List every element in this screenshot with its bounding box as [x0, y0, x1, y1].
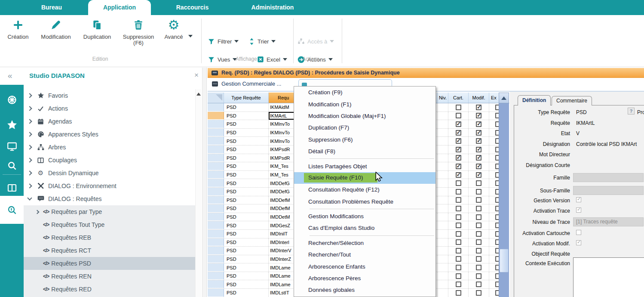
cartouche-checkbox[interactable]: [456, 189, 461, 195]
cell-modif[interactable]: [469, 247, 489, 255]
scroll-up-button[interactable]: [499, 93, 509, 103]
cartouche-checkbox[interactable]: [456, 113, 461, 118]
star-icon[interactable]: [6, 119, 18, 130]
cell-ex[interactable]: [489, 272, 499, 280]
cell-cartouche[interactable]: [448, 289, 469, 297]
cell-ex[interactable]: [489, 204, 499, 213]
cartouche-checkbox[interactable]: [456, 265, 461, 270]
tree-child-item[interactable]: </> Requêtes PSD: [24, 257, 195, 270]
cell-ex[interactable]: [489, 137, 499, 145]
cell-modif[interactable]: [469, 280, 489, 288]
cell-ex[interactable]: [489, 120, 499, 128]
tab-bureau[interactable]: Bureau: [26, 0, 77, 15]
ex-checkbox[interactable]: [495, 206, 499, 211]
cell-type[interactable]: PSD: [224, 112, 269, 120]
activation-modif-checkbox[interactable]: [576, 240, 581, 245]
cell-cartouche[interactable]: [448, 137, 469, 145]
cell-modif[interactable]: [469, 120, 489, 128]
tab-definition[interactable]: Définition: [518, 95, 551, 105]
context-menu-item[interactable]: Consultation Requête (F12): [294, 184, 435, 195]
cell-ex[interactable]: [489, 221, 499, 229]
cartouche-checkbox[interactable]: [456, 256, 461, 262]
cell-niv[interactable]: [438, 179, 448, 187]
cell-ex[interactable]: [489, 112, 499, 120]
cell-cartouche[interactable]: [448, 272, 469, 280]
modif-checkbox[interactable]: [476, 231, 481, 237]
cartouche-checkbox[interactable]: [456, 273, 461, 279]
cell-cartouche[interactable]: [448, 204, 469, 213]
modif-checkbox[interactable]: [476, 113, 481, 118]
column-header-ex[interactable]: Ex: [489, 93, 499, 103]
modif-checkbox[interactable]: [476, 189, 481, 195]
ex-checkbox[interactable]: [495, 223, 499, 228]
row-selector[interactable]: [208, 112, 224, 120]
row-selector[interactable]: [208, 171, 224, 179]
chevron-right-icon[interactable]: [35, 210, 40, 214]
context-menu-item[interactable]: Rechercher/Tout: [294, 249, 435, 260]
cell-ex[interactable]: [489, 171, 499, 179]
cell-type[interactable]: PSD: [224, 213, 269, 221]
cell-cartouche[interactable]: [448, 188, 469, 196]
row-selector[interactable]: [208, 230, 224, 238]
modif-checkbox[interactable]: [476, 265, 481, 270]
context-menu-item[interactable]: Consultation Problèmes Requête: [294, 196, 435, 207]
row-selector[interactable]: [208, 120, 224, 128]
cell-cartouche[interactable]: [448, 145, 469, 154]
modif-checkbox[interactable]: [476, 214, 481, 220]
cell-type[interactable]: PSD: [224, 103, 269, 111]
cell-ex[interactable]: [489, 154, 499, 162]
contexte-execution-textarea[interactable]: [573, 257, 644, 297]
tree-item-dialog-environnement[interactable]: DIALOG : Environnement: [24, 179, 195, 192]
row-selector[interactable]: [208, 188, 224, 196]
modif-checkbox[interactable]: [476, 273, 481, 279]
cell-type[interactable]: PSD: [224, 221, 269, 229]
chevron-down-icon[interactable]: [283, 58, 287, 61]
cell-modif[interactable]: [469, 112, 489, 120]
cartouche-checkbox[interactable]: [456, 282, 461, 287]
cell-type[interactable]: PSD: [224, 188, 269, 196]
context-menu-item[interactable]: [294, 157, 435, 160]
famille-input[interactable]: [573, 173, 644, 182]
cartouche-checkbox[interactable]: [456, 248, 461, 254]
ex-checkbox[interactable]: [495, 138, 499, 144]
ex-checkbox[interactable]: [495, 197, 499, 203]
modif-checkbox[interactable]: [476, 155, 481, 161]
ex-checkbox[interactable]: [495, 105, 499, 110]
cell-cartouche[interactable]: [448, 230, 469, 238]
cell-niv[interactable]: [438, 204, 448, 213]
cell-niv[interactable]: [438, 171, 448, 179]
chevron-down-icon[interactable]: [271, 40, 276, 43]
activation-cartouche-checkbox[interactable]: [576, 230, 581, 235]
cell-cartouche[interactable]: [448, 171, 469, 179]
cell-ex[interactable]: [489, 188, 499, 196]
row-selector[interactable]: [208, 103, 224, 111]
context-menu-item[interactable]: Suppression (F6): [294, 134, 435, 145]
select-all-corner[interactable]: [208, 93, 224, 103]
cartouche-checkbox[interactable]: [456, 214, 461, 220]
modif-checkbox[interactable]: [476, 206, 481, 211]
wheel-icon[interactable]: [6, 94, 18, 105]
cell-modif[interactable]: [469, 145, 489, 154]
cell-type[interactable]: PSD: [224, 204, 269, 213]
cell-ex[interactable]: [489, 263, 499, 272]
chevron-right-icon[interactable]: [27, 158, 32, 162]
modification-button[interactable]: Modification: [37, 18, 74, 40]
cell-ex[interactable]: [489, 103, 499, 111]
cell-modif[interactable]: [469, 213, 489, 221]
tree-item-arbres[interactable]: Arbres: [24, 141, 195, 154]
modif-checkbox[interactable]: [476, 248, 481, 254]
tab-commentaire[interactable]: Commentaire: [552, 96, 592, 105]
ex-checkbox[interactable]: [495, 172, 499, 178]
context-menu-item[interactable]: Listes Partagées Objet: [294, 160, 435, 172]
cell-type[interactable]: PSD: [224, 137, 269, 145]
close-sidebar-button[interactable]: ×: [194, 71, 199, 80]
ex-checkbox[interactable]: [495, 121, 499, 127]
chevron-down-icon[interactable]: [234, 40, 239, 43]
cell-modif[interactable]: [469, 154, 489, 162]
cell-cartouche[interactable]: [448, 103, 469, 111]
cell-cartouche[interactable]: [448, 255, 469, 263]
suppression-button[interactable]: Suppression (F6): [120, 18, 157, 46]
cell-type[interactable]: PSD: [224, 255, 269, 263]
tree-item-favoris[interactable]: Favoris: [24, 89, 195, 102]
cartouche-checkbox[interactable]: [456, 239, 461, 245]
